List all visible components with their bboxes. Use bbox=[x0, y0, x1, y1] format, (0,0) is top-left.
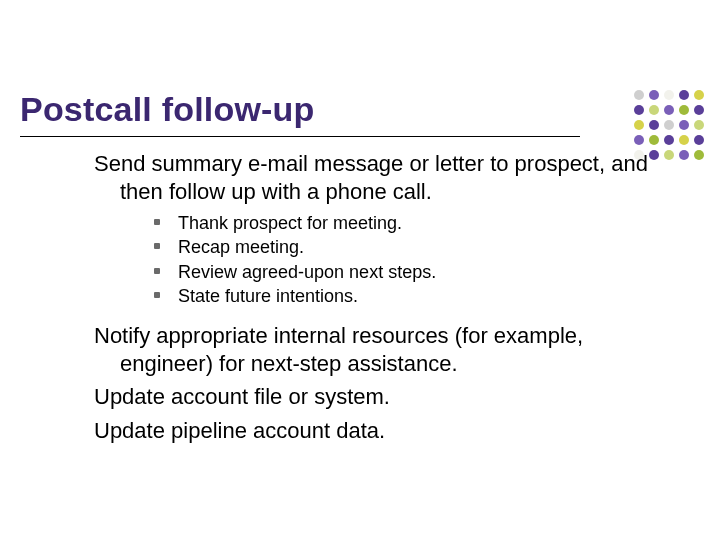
body-text: Send summary e-mail message or letter to… bbox=[94, 150, 654, 450]
tail-paragraph: Update account file or system. bbox=[94, 383, 654, 411]
list-item: State future intentions. bbox=[152, 284, 654, 308]
list-item: Review agreed-upon next steps. bbox=[152, 260, 654, 284]
tail-paragraph: Notify appropriate internal resources (f… bbox=[94, 322, 654, 377]
list-item: Recap meeting. bbox=[152, 235, 654, 259]
trailing-paragraphs: Notify appropriate internal resources (f… bbox=[94, 322, 654, 444]
title-underline bbox=[20, 136, 580, 137]
list-item: Thank prospect for meeting. bbox=[152, 211, 654, 235]
tail-paragraph: Update pipeline account data. bbox=[94, 417, 654, 445]
sub-bullet-list: Thank prospect for meeting. Recap meetin… bbox=[152, 211, 654, 308]
slide: Postcall follow-up Send summary e-mail m… bbox=[0, 0, 720, 540]
intro-paragraph: Send summary e-mail message or letter to… bbox=[94, 150, 654, 205]
slide-title: Postcall follow-up bbox=[20, 90, 315, 129]
